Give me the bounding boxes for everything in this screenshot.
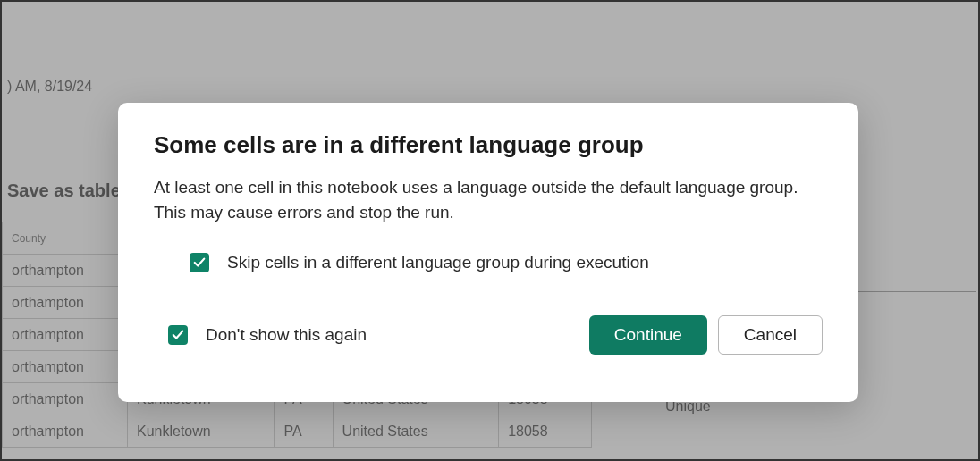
table-cell: orthampton bbox=[3, 415, 128, 448]
dialog-body: At least one cell in this notebook uses … bbox=[154, 175, 823, 224]
table-cell: PA bbox=[275, 415, 333, 448]
dont-show-checkbox[interactable] bbox=[168, 325, 188, 345]
language-group-dialog: Some cells are in a different language g… bbox=[118, 103, 858, 402]
checkmark-icon bbox=[172, 329, 184, 341]
table-cell: orthampton bbox=[3, 351, 128, 383]
table-cell: orthampton bbox=[3, 383, 128, 415]
skip-cells-option[interactable]: Skip cells in a different language group… bbox=[154, 253, 823, 272]
continue-button[interactable]: Continue bbox=[589, 315, 707, 355]
skip-cells-label: Skip cells in a different language group… bbox=[227, 253, 649, 272]
save-as-table-label: Save as table bbox=[7, 180, 121, 201]
table-header: County bbox=[3, 222, 128, 255]
table-cell: 18058 bbox=[499, 415, 592, 448]
table-cell: Kunkletown bbox=[128, 415, 275, 448]
timestamp-text: ) AM, 8/19/24 bbox=[7, 79, 92, 95]
dont-show-option[interactable]: Don't show this again bbox=[154, 325, 367, 345]
skip-cells-checkbox[interactable] bbox=[190, 253, 209, 272]
checkmark-icon bbox=[193, 256, 206, 269]
dialog-title: Some cells are in a different language g… bbox=[154, 131, 823, 159]
table-cell: orthampton bbox=[3, 319, 128, 351]
table-cell: orthampton bbox=[3, 255, 128, 287]
cancel-button[interactable]: Cancel bbox=[718, 315, 823, 355]
table-cell: United States bbox=[333, 415, 499, 448]
dont-show-label: Don't show this again bbox=[206, 325, 367, 345]
table-row: orthamptonKunkletownPAUnited States18058 bbox=[3, 415, 592, 448]
table-cell: orthampton bbox=[3, 287, 128, 319]
